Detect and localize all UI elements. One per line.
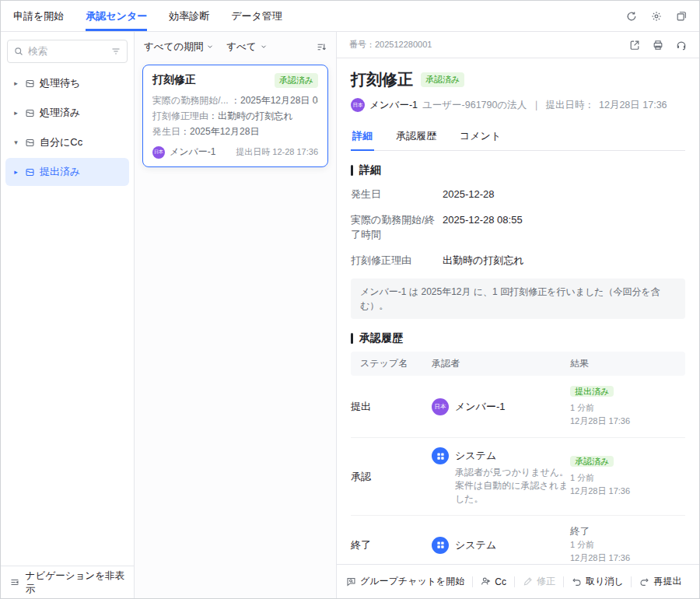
nav-item-efficiency[interactable]: 効率診断 [169,1,209,31]
cc-icon [481,576,491,587]
divider [563,576,564,587]
hide-navigation-button[interactable]: ナビゲーションを非表示 [1,566,134,598]
tab-approval-history[interactable]: 承認履歴 [394,123,438,151]
card-field-row: 打刻修正理由：出勤時の打刻忘れ [152,108,318,124]
collapse-sidebar-icon [10,577,19,587]
top-nav-tabs: 申請を開始 承認センター 効率診断 データ管理 [13,1,282,31]
submit-time-label: 提出日時： [546,99,595,112]
submitter-org: ユーザー-961790の法人 [422,99,527,112]
tab-comments[interactable]: コメント [458,123,502,151]
resubmit-icon [639,576,649,587]
gear-icon[interactable] [651,11,662,22]
chevron-right-icon: ▸ [12,109,20,117]
card-field-row: 実際の勤務開始/... ：2025年12月28日 08:55 [152,93,318,108]
type-filter-label: すべて [226,40,256,54]
app-window: 申請を開始 承認センター 効率診断 データ管理 [0,0,700,599]
section-detail-header: 詳細 [351,163,685,177]
chevron-down-icon: ▾ [12,138,20,146]
submitter-name: メンバー-1 [369,99,418,112]
result-plain: 終了 [570,525,685,538]
chevron-right-icon: ▸ [12,79,20,87]
detail-tabs: 詳細 承認履歴 コメント [351,123,685,151]
tab-detail[interactable]: 詳細 [351,123,374,151]
submit-time-value: 12月28日 17:36 [599,99,667,112]
section-title: 承認履歴 [359,331,403,345]
section-title: 詳細 [359,163,381,177]
group-chat-icon [346,576,356,587]
card-submit-time: 提出日時 12-28 17:36 [236,146,318,158]
sidebar-item-submitted[interactable]: ▸ 提出済み [5,158,129,186]
action-bar: グループチャットを開始 Cc 修正 取り消し [337,564,699,598]
nav-item-start-request[interactable]: 申請を開始 [13,1,64,31]
top-nav: 申請を開始 承認センター 効率診断 データ管理 [1,1,699,32]
section-bar [351,165,353,176]
system-avatar [432,537,449,554]
chevron-down-icon [206,43,214,51]
resubmit-button[interactable]: 再提出 [639,575,681,588]
window-icon[interactable] [676,11,687,22]
search-icon [14,47,23,56]
field-row: 発生日 2025-12-28 [351,187,685,201]
request-number: 番号：202512280001 [349,39,432,51]
field-row: 実際の勤務開始/終了時間 2025-12-28 08:55 [351,212,685,242]
correction-count-note: メンバー-1 は 2025年12月 に、1 回打刻修正を行いました（今回分を含む… [351,278,685,319]
sidebar-item-processed[interactable]: ▸ 処理済み [5,99,129,127]
result-badge: 提出済み [570,386,614,397]
sidebar-item-label: 処理待ち [40,76,80,90]
table-header-row: ステップ名 承認者 結果 [351,352,685,376]
approval-box-icon [25,79,35,89]
table-row: 承認 システム 承認者が見つかりません。案件は自動的に承認されました。 承認 [351,438,685,516]
status-badge: 承認済み [421,72,464,87]
table-row: 提出 日本 メンバー-1 提出済み 1 分前 12月28日 17:36 [351,376,685,438]
search-box [7,40,128,63]
member-avatar: 日本 [152,146,165,159]
card-status-badge: 承認済み [275,73,318,88]
list-filters: すべての期間 すべて [135,32,336,61]
period-filter-label: すべての期間 [144,40,203,54]
detail-content: 打刻修正 承認済み 日本 メンバー-1 ユーザー-961790の法人 ｜ 提出日… [337,58,699,564]
period-filter-dropdown[interactable]: すべての期間 [144,40,214,54]
member-avatar: 日本 [351,98,365,112]
sidebar-item-label: 自分にCc [40,135,82,149]
auto-approve-note: 承認者が見つかりません。案件は自動的に承認されました。 [455,466,570,506]
sort-icon[interactable] [317,42,327,52]
start-group-chat-button[interactable]: グループチャットを開始 [346,575,464,588]
nav-item-approval-center[interactable]: 承認センター [86,1,147,31]
sidebar-item-cc-to-me[interactable]: ▾ 自分にCc [5,128,129,156]
chevron-right-icon: ▸ [12,168,20,176]
approval-box-icon [25,167,35,177]
type-filter-dropdown[interactable]: すべて [226,40,267,54]
edit-icon [523,576,533,587]
table-row: 終了 システム 終了 1 分前 12月28日 17:36 [351,516,685,564]
field-row: 打刻修正理由 出勤時の打刻忘れ [351,253,685,268]
detail-pane: 番号：202512280001 打刻修正 承認済み [337,32,699,598]
undo-icon [572,576,582,587]
search-input[interactable] [28,46,107,57]
divider [472,576,473,587]
sidebar-item-pending[interactable]: ▸ 処理待ち [5,69,129,97]
top-nav-actions [626,11,687,22]
headset-icon[interactable] [676,40,687,51]
card-title: 打刻修正 [152,73,196,87]
sidebar: ▸ 処理待ち ▸ 処理済み ▾ 自分にCc ▸ 提出済み [1,32,135,598]
hide-navigation-label: ナビゲーションを非表示 [26,569,124,596]
system-avatar [432,447,449,464]
withdraw-button[interactable]: 取り消し [572,575,624,588]
card-field-row: 発生日：2025年12月28日 [152,124,318,139]
share-icon[interactable] [629,40,640,51]
edit-button[interactable]: 修正 [523,575,555,588]
sidebar-tree: ▸ 処理待ち ▸ 処理済み ▾ 自分にCc ▸ 提出済み [1,69,134,566]
refresh-icon[interactable] [626,11,637,22]
filter-icon[interactable] [111,47,121,56]
meta-divider: ｜ [531,99,541,112]
divider [631,576,632,587]
result-badge: 承認済み [570,456,614,467]
approval-box-icon [25,138,35,148]
sidebar-item-label: 処理済み [40,106,80,120]
nav-item-data-management[interactable]: データ管理 [231,1,282,31]
cc-button[interactable]: Cc [481,576,506,587]
request-card[interactable]: 打刻修正 承認済み 実際の勤務開始/... ：2025年12月28日 08:55… [142,65,328,167]
section-history-header: 承認履歴 [351,331,685,345]
print-icon[interactable] [653,40,663,51]
detail-header: 番号：202512280001 [337,32,699,58]
